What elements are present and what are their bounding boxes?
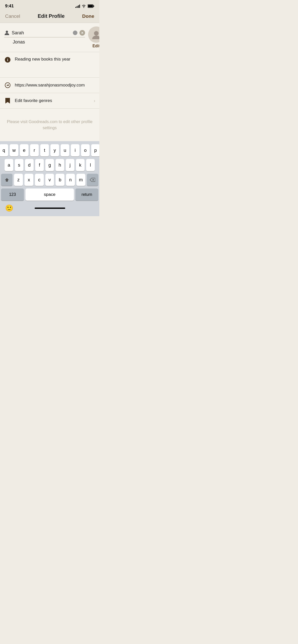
nav-bar: Cancel Edit Profile Done <box>0 10 99 23</box>
info-icon: i <box>5 57 11 63</box>
backspace-icon <box>90 178 95 182</box>
key-i[interactable]: i <box>71 144 79 156</box>
name-fields: × Jonas <box>4 30 85 45</box>
key-c[interactable]: c <box>35 174 44 186</box>
keyboard: q w e r t y u i o p a s d f g h j k l z … <box>0 141 99 216</box>
key-p[interactable]: p <box>91 144 99 156</box>
avatar-placeholder-icon <box>91 30 99 40</box>
key-g[interactable]: g <box>45 159 54 171</box>
form-content: × Jonas Edit i Reading <box>0 23 99 141</box>
key-e[interactable]: e <box>20 144 29 156</box>
key-k[interactable]: k <box>76 159 85 171</box>
key-l[interactable]: l <box>86 159 95 171</box>
helper-text: Please visit Goodreads.com to edit other… <box>7 120 92 130</box>
edit-photo-button[interactable]: Edit <box>92 44 99 48</box>
keyboard-bottom-row: 123 space return <box>1 188 98 201</box>
key-v[interactable]: v <box>45 174 54 186</box>
keyboard-row-3: z x c v b n m <box>1 174 98 186</box>
shift-key[interactable] <box>1 174 12 186</box>
bio-section[interactable]: i Reading new books this year <box>0 52 99 78</box>
key-y[interactable]: y <box>50 144 59 156</box>
genres-label: Edit favorite genres <box>15 98 90 103</box>
bio-field: Reading new books this year <box>15 56 70 62</box>
cursor-indicator <box>73 31 77 35</box>
wifi-icon <box>82 4 86 8</box>
person-icon <box>4 30 10 36</box>
svg-point-4 <box>94 31 99 36</box>
svg-rect-2 <box>88 5 93 7</box>
return-key[interactable]: return <box>75 188 98 201</box>
status-bar: 9:41 <box>0 0 99 10</box>
key-o[interactable]: o <box>81 144 90 156</box>
key-n[interactable]: n <box>66 174 75 186</box>
clear-first-name-button[interactable]: × <box>79 30 85 36</box>
key-u[interactable]: u <box>61 144 69 156</box>
genres-icon-wrapper <box>4 97 11 104</box>
signal-icon <box>75 5 80 8</box>
numbers-key[interactable]: 123 <box>1 188 24 201</box>
key-w[interactable]: w <box>10 144 18 156</box>
chevron-right-icon: › <box>94 98 95 104</box>
svg-rect-1 <box>93 5 94 7</box>
bookmark-icon <box>5 97 10 104</box>
emoji-button[interactable]: 🙂 <box>5 204 13 212</box>
space-key[interactable]: space <box>25 188 74 201</box>
key-t[interactable]: t <box>40 144 49 156</box>
key-h[interactable]: h <box>56 159 64 171</box>
key-d[interactable]: d <box>25 159 34 171</box>
battery-icon <box>88 4 94 8</box>
status-icons <box>75 4 94 8</box>
keyboard-row-2: a s d f g h j k l <box>1 159 98 171</box>
svg-text:i: i <box>7 58 8 62</box>
bio-icon-wrapper: i <box>4 56 11 63</box>
delete-key[interactable] <box>87 174 98 186</box>
shift-icon <box>5 178 9 182</box>
url-section[interactable]: https://www.sarahjonasmoodjoy.com <box>0 78 99 93</box>
helper-section: Please visit Goodreads.com to edit other… <box>0 109 99 141</box>
cancel-button[interactable]: Cancel <box>5 13 20 19</box>
key-m[interactable]: m <box>76 174 85 186</box>
keyboard-row-1: q w e r t y u i o p <box>1 144 98 156</box>
name-section: × Jonas Edit <box>0 23 99 52</box>
avatar[interactable] <box>88 26 99 43</box>
url-icon-wrapper <box>4 82 11 89</box>
genres-section[interactable]: Edit favorite genres › <box>0 93 99 109</box>
last-name-field: Jonas <box>13 39 25 45</box>
key-q[interactable]: q <box>0 144 8 156</box>
key-z[interactable]: z <box>14 174 23 186</box>
key-x[interactable]: x <box>24 174 33 186</box>
keyboard-extras: 🙂 <box>1 203 98 215</box>
key-j[interactable]: j <box>66 159 74 171</box>
done-button[interactable]: Done <box>82 13 94 19</box>
avatar-section: Edit <box>88 26 99 48</box>
url-field: https://www.sarahjonasmoodjoy.com <box>15 83 85 88</box>
first-name-row: × <box>4 30 85 37</box>
compass-icon <box>5 82 11 88</box>
key-b[interactable]: b <box>56 174 64 186</box>
first-name-input[interactable] <box>12 30 71 36</box>
key-a[interactable]: a <box>5 159 13 171</box>
home-indicator <box>35 208 65 209</box>
key-f[interactable]: f <box>35 159 44 171</box>
status-time: 9:41 <box>5 4 14 9</box>
page-title: Edit Profile <box>38 13 65 19</box>
svg-point-3 <box>6 31 8 33</box>
key-s[interactable]: s <box>15 159 23 171</box>
key-r[interactable]: r <box>30 144 39 156</box>
